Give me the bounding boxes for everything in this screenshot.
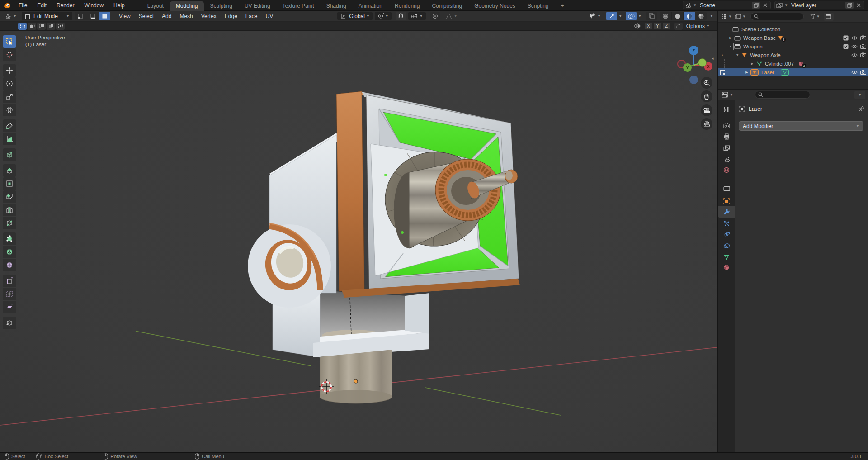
add-workspace-button[interactable]: + bbox=[555, 1, 570, 11]
tool-shear[interactable] bbox=[3, 301, 16, 313]
outliner-editor-type-button[interactable]: ▼ bbox=[721, 14, 732, 19]
app-menu-button[interactable] bbox=[0, 2, 14, 9]
viewlayer-selector[interactable]: ▼ ViewLayer bbox=[774, 1, 864, 9]
tool-cursor[interactable] bbox=[3, 48, 16, 61]
tab-rendering[interactable]: Rendering bbox=[389, 1, 425, 11]
select-mode-set-button[interactable] bbox=[18, 23, 27, 30]
menu-select[interactable]: Select bbox=[135, 13, 158, 19]
tool-bevel[interactable] bbox=[3, 190, 16, 203]
show-gizmo-toggle[interactable] bbox=[606, 12, 617, 20]
menu-edge[interactable]: Edge bbox=[221, 13, 241, 19]
menu-vertex[interactable]: Vertex bbox=[197, 13, 221, 19]
tool-annotate[interactable] bbox=[3, 119, 16, 132]
3d-viewport[interactable]: User Perspective (1) Laser bbox=[0, 31, 717, 452]
vertex-select-button[interactable] bbox=[75, 12, 87, 20]
tool-extrude[interactable] bbox=[3, 164, 16, 177]
snap-toggle-button[interactable] bbox=[396, 12, 406, 20]
tool-knife[interactable] bbox=[3, 217, 16, 229]
hide-eye-icon[interactable] bbox=[851, 36, 858, 40]
new-viewlayer-button[interactable] bbox=[845, 2, 854, 9]
show-object-types-dropdown[interactable]: ▼ bbox=[585, 12, 604, 20]
tool-spin[interactable] bbox=[3, 246, 16, 258]
tool-shrink-fatten[interactable] bbox=[3, 288, 16, 300]
menu-view[interactable]: View bbox=[115, 13, 135, 19]
tab-collection-properties[interactable] bbox=[718, 182, 735, 194]
tab-world-properties[interactable] bbox=[718, 164, 735, 176]
menu-add[interactable]: Add bbox=[158, 13, 175, 19]
snap-settings-dropdown[interactable]: ▼ bbox=[408, 12, 426, 20]
hide-eye-icon[interactable] bbox=[851, 53, 858, 57]
mirror-z-button[interactable]: Z bbox=[663, 23, 670, 29]
properties-options-button[interactable]: ▼ bbox=[854, 91, 865, 99]
outliner-row-scene-collection[interactable]: Scene Collection bbox=[718, 25, 868, 33]
tab-texture-paint[interactable]: Texture Paint bbox=[277, 1, 320, 11]
outliner-search[interactable] bbox=[750, 13, 804, 20]
tab-tool-properties[interactable] bbox=[718, 103, 735, 115]
mirror-y-button[interactable]: Y bbox=[654, 23, 661, 29]
wireframe-shading-button[interactable] bbox=[660, 12, 671, 20]
pin-icon[interactable] bbox=[859, 106, 864, 112]
tool-poly-build[interactable] bbox=[3, 232, 16, 245]
outliner-search-input[interactable] bbox=[759, 14, 799, 19]
xray-toggle[interactable] bbox=[646, 12, 657, 20]
hide-eye-icon[interactable] bbox=[851, 44, 858, 49]
disable-render-camera-icon[interactable] bbox=[860, 52, 866, 57]
new-scene-button[interactable] bbox=[752, 2, 760, 9]
outliner-row-laser[interactable]: ▶ Laser bbox=[718, 68, 868, 76]
mirror-x-button[interactable]: X bbox=[645, 23, 652, 29]
rendered-shading-button[interactable] bbox=[695, 12, 707, 20]
tool-scale[interactable] bbox=[3, 90, 16, 103]
tab-modeling[interactable]: Modeling bbox=[170, 1, 204, 11]
pedestal-cylinder[interactable] bbox=[320, 350, 392, 403]
new-collection-button[interactable] bbox=[824, 13, 834, 21]
outliner-row-weapon-axle[interactable]: • ▼ Weapon Axle bbox=[718, 51, 868, 59]
show-overlays-toggle[interactable] bbox=[626, 12, 637, 20]
pivot-point-dropdown[interactable]: ▼ bbox=[375, 12, 392, 20]
tool-smooth[interactable] bbox=[3, 259, 16, 271]
unlink-scene-button[interactable] bbox=[761, 2, 769, 9]
pan-button[interactable] bbox=[701, 90, 712, 102]
tool-inset-faces[interactable] bbox=[3, 177, 16, 190]
gizmo-z-axis[interactable]: Z bbox=[689, 46, 698, 55]
proportional-falloff-dropdown[interactable]: ▼ bbox=[443, 12, 460, 20]
outliner-row-weapon[interactable]: ▼ Weapon bbox=[718, 42, 868, 51]
gizmo-z-neg-axis[interactable] bbox=[689, 76, 698, 84]
tab-scripting[interactable]: Scripting bbox=[522, 1, 555, 11]
tab-scene-properties[interactable] bbox=[718, 153, 735, 165]
tool-measure[interactable] bbox=[3, 133, 16, 145]
scene-selector[interactable]: ▼ Scene bbox=[683, 1, 771, 9]
gizmo-y-neg-axis[interactable] bbox=[698, 58, 707, 67]
menu-help[interactable]: Help bbox=[108, 0, 130, 11]
3d-scene[interactable] bbox=[0, 31, 717, 452]
properties-search[interactable] bbox=[755, 91, 810, 99]
correct-face-attributes-toggle[interactable] bbox=[674, 23, 683, 30]
disable-render-camera-icon[interactable] bbox=[860, 70, 866, 75]
tab-animation[interactable]: Animation bbox=[353, 1, 388, 11]
select-mode-intersect-button[interactable] bbox=[56, 23, 65, 30]
menu-window[interactable]: Window bbox=[79, 0, 108, 11]
tab-constraint-properties[interactable] bbox=[718, 240, 735, 251]
tab-modifier-properties[interactable] bbox=[718, 206, 735, 218]
solid-shading-button[interactable] bbox=[671, 12, 683, 20]
outliner-display-mode-button[interactable]: ▼ bbox=[735, 14, 746, 19]
copper-plank[interactable] bbox=[336, 91, 366, 291]
tab-geometry-nodes[interactable]: Geometry Nodes bbox=[468, 1, 521, 11]
select-mode-subtract-button[interactable] bbox=[37, 23, 46, 30]
remove-viewlayer-button[interactable] bbox=[854, 2, 863, 9]
menu-face[interactable]: Face bbox=[241, 13, 262, 19]
hide-eye-icon[interactable] bbox=[851, 70, 858, 75]
laser-turret-model[interactable] bbox=[248, 91, 520, 403]
exclude-checkbox-icon[interactable] bbox=[843, 44, 849, 49]
select-mode-extend-button[interactable] bbox=[28, 23, 36, 30]
editor-type-button[interactable]: ▼ bbox=[2, 12, 19, 20]
outliner-filter-button[interactable]: ▼ bbox=[810, 14, 820, 19]
tab-shading[interactable]: Shading bbox=[321, 1, 352, 11]
navigation-gizmo[interactable]: Z X Y bbox=[676, 37, 714, 78]
tab-output-properties[interactable] bbox=[718, 131, 735, 142]
disable-render-camera-icon[interactable] bbox=[860, 44, 866, 49]
tool-transform[interactable] bbox=[3, 104, 16, 116]
tab-uv-editing[interactable]: UV Editing bbox=[239, 1, 276, 11]
tab-particle-properties[interactable] bbox=[718, 218, 735, 229]
outliner-row-cylinder-007[interactable]: ▶ Cylinder.007 3 bbox=[718, 59, 868, 68]
add-modifier-button[interactable]: Add Modifier ▼ bbox=[739, 121, 863, 131]
